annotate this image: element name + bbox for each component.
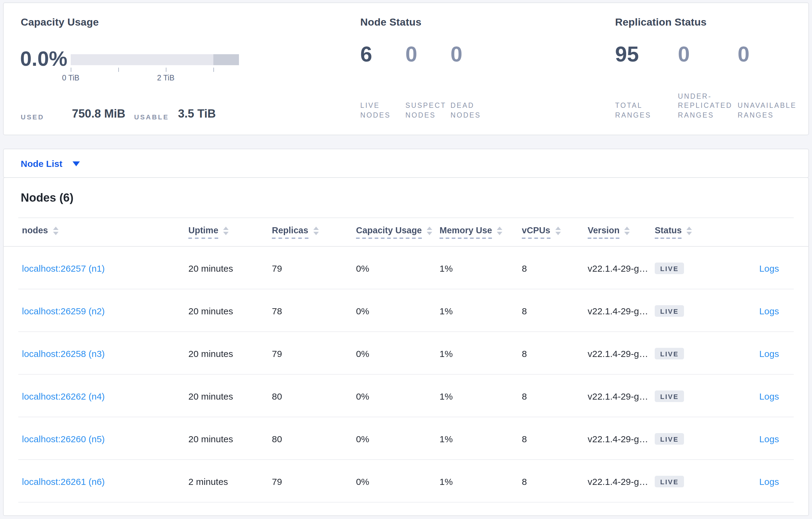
sort-icon <box>497 226 502 235</box>
column-header-label: Replicas <box>272 225 308 239</box>
replication-stat: 0UNAVAILABLERANGES <box>737 3 812 134</box>
version-cell: v22.1.4-29-g… <box>588 433 655 444</box>
node-cell: localhost:26261 (n6) <box>22 476 188 486</box>
uptime-cell: 20 minutes <box>188 433 272 444</box>
node-cell: localhost:26257 (n1) <box>22 263 188 273</box>
capacity-axis-tick-label: 0 TiB <box>52 74 89 82</box>
replication-stat-label: UNAVAILABLERANGES <box>737 101 796 120</box>
nodes-heading: Nodes (6) <box>21 191 74 205</box>
column-header-replicas[interactable]: Replicas <box>272 225 356 239</box>
logs-link[interactable]: Logs <box>759 476 779 486</box>
capacity-usage-cell: 0% <box>356 263 439 273</box>
node-link[interactable]: localhost:26260 (n5) <box>22 433 105 444</box>
table-row: localhost:26257 (n1)20 minutes790%1%8v22… <box>4 247 808 289</box>
capacity-axis-tick <box>213 68 214 72</box>
column-header-label: Uptime <box>188 225 218 239</box>
capacity-axis-tick-label: 2 TiB <box>147 74 184 82</box>
capacity-axis-tick <box>71 68 71 72</box>
capacity-axis-tick <box>118 68 119 72</box>
status-cell: LIVE <box>655 433 746 445</box>
sort-icon <box>555 226 561 235</box>
capacity-usage-title: Capacity Usage <box>21 17 99 29</box>
vcpus-cell: 8 <box>522 305 588 316</box>
column-header-label: Capacity Usage <box>356 225 422 239</box>
capacity-usage-bar <box>71 54 239 65</box>
uptime-cell: 20 minutes <box>188 391 272 401</box>
memory-use-cell: 1% <box>439 263 522 273</box>
status-cell: LIVE <box>655 305 746 316</box>
replication-stat-label: TOTALRANGES <box>615 101 651 120</box>
logs-link[interactable]: Logs <box>759 391 779 401</box>
vcpus-cell: 8 <box>522 348 588 359</box>
table-header-row: nodesUptimeReplicasCapacity UsageMemory … <box>4 217 808 247</box>
node-list-dropdown[interactable]: Node List <box>21 149 80 177</box>
version-cell: v22.1.4-29-g… <box>588 348 655 359</box>
status-badge: LIVE <box>655 262 684 274</box>
logs-cell: Logs <box>746 433 779 444</box>
column-header-memory-use[interactable]: Memory Use <box>439 225 522 239</box>
replication-stat-value: 0 <box>737 43 750 65</box>
logs-link[interactable]: Logs <box>759 305 779 316</box>
logs-cell: Logs <box>746 305 779 316</box>
version-cell: v22.1.4-29-g… <box>588 391 655 401</box>
column-header-status[interactable]: Status <box>655 225 746 239</box>
node-link[interactable]: localhost:26262 (n4) <box>22 391 105 401</box>
table-body: localhost:26257 (n1)20 minutes790%1%8v22… <box>4 247 808 502</box>
version-cell: v22.1.4-29-g… <box>588 263 655 273</box>
node-status-stat-label: DEADNODES <box>451 101 481 120</box>
column-header-uptime[interactable]: Uptime <box>188 225 272 239</box>
column-header-label: Version <box>588 225 620 239</box>
column-header-nodes[interactable]: nodes <box>22 225 188 239</box>
vcpus-cell: 8 <box>522 476 588 486</box>
used-value: 750.8 MiB <box>72 108 125 120</box>
usable-value: 3.5 TiB <box>178 108 216 120</box>
capacity-axis-tick <box>166 68 167 72</box>
replicas-cell: 79 <box>272 348 356 359</box>
node-link[interactable]: localhost:26259 (n2) <box>22 305 105 316</box>
sort-icon <box>427 226 432 235</box>
vcpus-cell: 8 <box>522 263 588 273</box>
logs-link[interactable]: Logs <box>759 433 779 444</box>
version-cell: v22.1.4-29-g… <box>588 305 655 316</box>
capacity-usage-cell: 0% <box>356 391 439 401</box>
cluster-summary-card: Capacity Usage Node Status Replication S… <box>3 2 809 135</box>
replicas-cell: 79 <box>272 263 356 273</box>
memory-use-cell: 1% <box>439 391 522 401</box>
sort-icon <box>625 226 630 235</box>
vcpus-cell: 8 <box>522 391 588 401</box>
node-cell: localhost:26260 (n5) <box>22 433 188 444</box>
logs-link[interactable]: Logs <box>759 348 779 359</box>
memory-use-cell: 1% <box>439 433 522 444</box>
status-badge: LIVE <box>655 476 684 487</box>
status-badge: LIVE <box>655 305 684 316</box>
node-link[interactable]: localhost:26257 (n1) <box>22 263 105 273</box>
replicas-cell: 78 <box>272 305 356 316</box>
column-header-vcpus[interactable]: vCPUs <box>522 225 588 239</box>
capacity-percent-value: 0.0% <box>20 48 67 69</box>
logs-cell: Logs <box>746 348 779 359</box>
replication-stat-value: 95 <box>615 43 639 65</box>
replicas-cell: 79 <box>272 476 356 486</box>
nodes-table-card: Nodes (6) nodesUptimeReplicasCapacity Us… <box>3 177 809 516</box>
logs-link[interactable]: Logs <box>759 263 779 273</box>
used-label: USED <box>21 113 44 121</box>
column-header-version[interactable]: Version <box>588 225 655 239</box>
status-cell: LIVE <box>655 262 746 274</box>
capacity-bar-reserved-segment <box>213 54 239 65</box>
table-row: localhost:26262 (n4)20 minutes800%1%8v22… <box>4 375 808 417</box>
sort-icon <box>313 226 319 235</box>
node-link[interactable]: localhost:26261 (n6) <box>22 476 105 486</box>
table-row: localhost:26258 (n3)20 minutes790%1%8v22… <box>4 332 808 375</box>
node-link[interactable]: localhost:26258 (n3) <box>22 348 105 359</box>
node-list-bar: Node List <box>3 149 809 178</box>
sort-icon <box>687 226 692 235</box>
column-header-capacity-usage[interactable]: Capacity Usage <box>356 225 439 239</box>
table-row: localhost:26260 (n5)20 minutes800%1%8v22… <box>4 417 808 460</box>
node-status-stat-value: 6 <box>360 43 372 65</box>
logs-cell: Logs <box>746 391 779 401</box>
sort-icon <box>223 226 229 235</box>
usable-label: USABLE <box>134 113 169 121</box>
node-status-stat-label: LIVENODES <box>360 101 391 120</box>
column-header-label: Memory Use <box>439 225 492 239</box>
logs-cell: Logs <box>746 263 779 273</box>
